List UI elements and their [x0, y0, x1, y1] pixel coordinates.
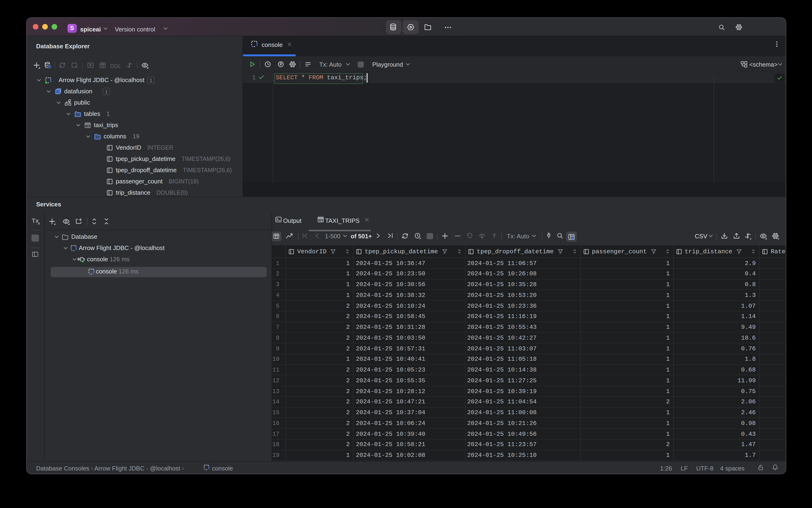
svg-text:Tx: Tx: [32, 217, 39, 224]
